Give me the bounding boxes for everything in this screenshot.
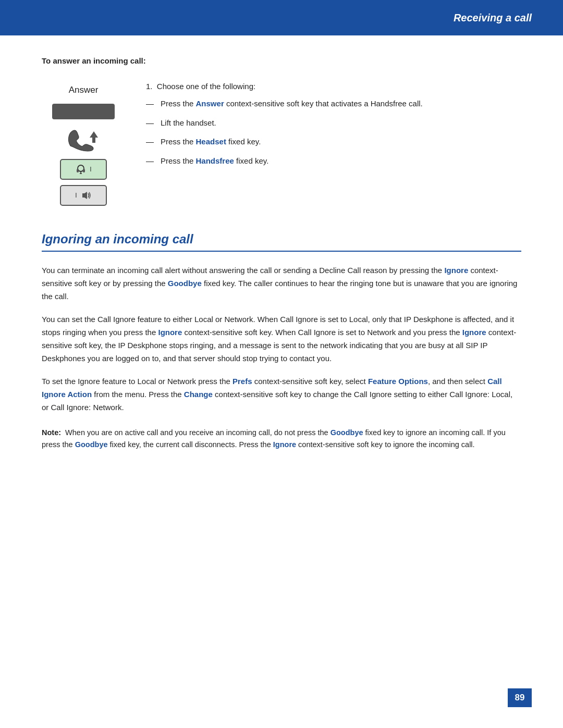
goodbye-keyword-2: Goodbye	[331, 428, 363, 437]
answer-label: Answer	[69, 85, 99, 95]
phone-illustration: Answer	[42, 80, 125, 206]
handset-svg	[63, 126, 104, 152]
headset-keyword: Headset	[196, 137, 226, 146]
answer-keyword: Answer	[196, 99, 224, 108]
ignore-keyword-2: Ignore	[158, 328, 182, 337]
note-label: Note:	[42, 428, 61, 437]
ignore-keyword-3: Ignore	[462, 328, 486, 337]
svg-rect-2	[77, 169, 79, 172]
handsfree-svg-icon	[80, 190, 92, 201]
ignoring-section-title: Ignoring an incoming call	[42, 232, 521, 252]
header-title: Receiving a call	[454, 12, 532, 24]
main-content: To answer an incoming call: Answer	[0, 35, 563, 483]
handsfree-button: I	[60, 185, 107, 206]
steps-list: 1. Choose one of the following: Press th…	[146, 80, 521, 206]
list-item: Press the Handsfree fixed key.	[146, 155, 521, 167]
headset-key-label: I	[90, 166, 91, 173]
headset-svg-icon	[75, 164, 87, 175]
step-intro: 1. Choose one of the following:	[146, 82, 521, 91]
note-text: Note: When you are on active call and yo…	[42, 427, 521, 452]
note-box: Note: When you are on active call and yo…	[42, 427, 521, 452]
page-number: 89	[508, 688, 532, 707]
list-item: Lift the handset.	[146, 117, 521, 129]
list-item: Press the Headset fixed key.	[146, 136, 521, 148]
page-container: Receiving a call To answer an incoming c…	[0, 0, 563, 728]
list-item: Press the Answer context-sensitive soft …	[146, 98, 521, 110]
call-ignore-action-keyword: Call Ignore Action	[42, 377, 502, 399]
handsfree-key-label: I	[75, 192, 77, 199]
answer-section: Answer	[42, 80, 521, 206]
svg-rect-3	[83, 169, 85, 172]
handsfree-keyword: Handsfree	[196, 156, 234, 165]
svg-marker-0	[90, 131, 98, 143]
headset-button: I	[60, 159, 107, 180]
soft-key-button	[52, 104, 115, 119]
goodbye-keyword-1: Goodbye	[168, 279, 202, 288]
ignore-keyword-1: Ignore	[444, 266, 468, 275]
ignore-keyword-4: Ignore	[273, 440, 296, 449]
bullet-list: Press the Answer context-sensitive soft …	[146, 98, 521, 167]
handset-icon	[63, 127, 104, 152]
prefs-keyword: Prefs	[232, 377, 252, 386]
ignoring-paragraph-3: To set the Ignore feature to Local or Ne…	[42, 375, 521, 414]
change-keyword: Change	[184, 390, 213, 399]
ignoring-paragraph-2: You can set the Call Ignore feature to e…	[42, 313, 521, 365]
feature-options-keyword: Feature Options	[368, 377, 428, 386]
goodbye-keyword-3: Goodbye	[75, 440, 108, 449]
header-bar: Receiving a call	[0, 0, 563, 35]
ignoring-paragraph-1: You can terminate an incoming call alert…	[42, 264, 521, 303]
svg-marker-6	[82, 192, 87, 199]
answer-heading: To answer an incoming call:	[42, 56, 521, 65]
